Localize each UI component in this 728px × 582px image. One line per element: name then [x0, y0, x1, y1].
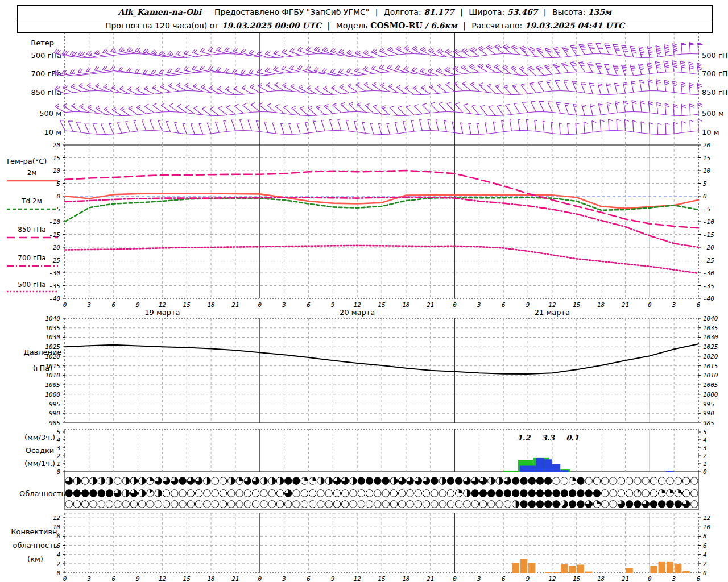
pressure-panel: 1040104010351035103010301025102510201020…	[23, 315, 718, 427]
cloud-cover-symbol	[358, 477, 365, 485]
cloud-cover-symbol	[325, 501, 333, 508]
cloud-cover-symbol	[130, 501, 138, 508]
cloud-cover-symbol	[682, 490, 690, 497]
convective-cloud-bar	[553, 572, 560, 573]
cloud-cover-symbol	[650, 490, 657, 497]
svg-text:6: 6	[502, 575, 506, 582]
cloud-cover-symbol	[301, 490, 308, 497]
wind-row: 850 гПа850 гПа	[31, 80, 728, 97]
cloud-cover-symbol	[187, 490, 195, 497]
cloud-cover-symbol	[252, 490, 259, 497]
cloud-cover-fill	[239, 477, 243, 481]
svg-text:6: 6	[697, 301, 701, 309]
svg-text:5: 5	[703, 429, 707, 436]
svg-text:12: 12	[53, 514, 61, 522]
header-row-station: Alk_Kamen-na-Obi — Предоставлено ФГБУ "З…	[18, 6, 712, 19]
svg-text:1000: 1000	[46, 391, 61, 398]
svg-text:15: 15	[703, 155, 710, 162]
cloud-cover-symbol	[163, 490, 170, 497]
cloud-cover-symbol	[691, 501, 698, 508]
cloud-cover-symbol	[73, 501, 81, 508]
cloud-cover-fill	[597, 501, 600, 504]
cloud-cover-symbol	[593, 477, 601, 485]
svg-text:3.3: 3.3	[541, 434, 555, 442]
cloud-cover-fill	[264, 477, 267, 485]
svg-text:3: 3	[87, 301, 92, 309]
svg-text:0: 0	[56, 468, 60, 476]
cloud-row	[65, 490, 698, 497]
svg-text:Осадки: Осадки	[26, 446, 55, 455]
cloud-cover-symbol	[471, 490, 479, 497]
svg-text:20 марта: 20 марта	[340, 308, 375, 317]
rain-1h-bar	[552, 464, 560, 472]
svg-text:(гПа): (гПа)	[33, 364, 53, 372]
cloud-cover-symbol	[317, 501, 325, 508]
cloud-cover-symbol	[268, 501, 276, 508]
cloud-cover-symbol	[479, 490, 487, 497]
cloud-cover-fill	[142, 490, 146, 497]
svg-text:6: 6	[697, 575, 701, 582]
svg-text:985: 985	[703, 419, 714, 427]
cloud-cover-symbol	[179, 501, 187, 508]
svg-text:2: 2	[703, 560, 707, 568]
svg-text:20: 20	[703, 142, 711, 149]
cloud-cover-symbol	[431, 477, 439, 485]
separator: |	[540, 7, 550, 16]
cloud-cover-symbol	[439, 501, 446, 508]
cloud-cover-symbol	[187, 501, 195, 508]
svg-text:12: 12	[159, 575, 167, 582]
provider-text: — Предоставлено ФГБУ "ЗапСиб УГМС"	[204, 7, 369, 16]
station-name: Alk_Kamen-na-Obi	[118, 7, 201, 16]
convective-cloud-bar	[512, 563, 519, 573]
cloud-cover-symbol	[398, 501, 406, 508]
forecast-label: Прогноз на 120 часа(ов) от	[105, 21, 219, 30]
svg-text:0: 0	[63, 575, 67, 582]
cloud-cover-symbol	[464, 501, 471, 508]
svg-text:Тем-ра(°C): Тем-ра(°C)	[5, 157, 47, 165]
cloud-cover-symbol	[520, 490, 528, 497]
cloud-cover-symbol	[407, 490, 414, 497]
svg-text:21: 21	[231, 575, 239, 582]
convective-cloud-bar	[545, 572, 552, 573]
cloud-cover-symbol	[642, 477, 650, 485]
cloud-cover-symbol	[106, 490, 113, 497]
svg-text:1035: 1035	[46, 325, 61, 332]
svg-text:0: 0	[453, 301, 457, 309]
cloud-cover-symbol	[488, 501, 495, 508]
cloud-cover-fill	[304, 477, 308, 481]
cloud-cover-fill	[126, 477, 129, 485]
svg-text:1040: 1040	[703, 315, 718, 322]
svg-text:1015: 1015	[703, 363, 718, 370]
cloud-cover-symbol	[390, 501, 398, 508]
cloud-cover-symbol	[374, 477, 382, 485]
cloud-cover-symbol	[350, 490, 357, 497]
longitude-value: 81.177	[424, 7, 454, 16]
rain-1h-bar	[528, 466, 536, 472]
cloud-cover-symbol	[317, 490, 325, 497]
svg-text:4: 4	[56, 551, 60, 559]
svg-text:850 гПа: 850 гПа	[702, 88, 728, 97]
svg-text:10: 10	[703, 523, 711, 531]
svg-text:1035: 1035	[703, 325, 718, 332]
cloud-cover-fill	[459, 490, 462, 493]
cloud-cover-fill	[126, 490, 129, 497]
svg-text:9: 9	[331, 575, 335, 582]
svg-text:0: 0	[258, 301, 262, 309]
svg-text:-10: -10	[703, 218, 714, 226]
svg-text:18: 18	[207, 575, 215, 582]
svg-text:1030: 1030	[46, 334, 61, 341]
cloud-cover-fill	[499, 477, 503, 485]
svg-text:0.1: 0.1	[566, 434, 579, 442]
svg-text:500 гПа: 500 гПа	[31, 51, 61, 60]
svg-text:0: 0	[703, 468, 707, 476]
cloud-cover-symbol	[423, 501, 430, 508]
cloud-cover-symbol	[204, 490, 211, 497]
cloud-cover-symbol	[561, 490, 568, 497]
cloud-cover-fill	[158, 490, 162, 497]
cloud-cover-symbol	[626, 501, 633, 508]
cloud-cover-symbol	[228, 501, 235, 508]
cloud-cover-fill	[93, 477, 97, 485]
cloud-cover-symbol	[366, 490, 373, 497]
svg-text:6: 6	[111, 575, 115, 582]
cloud-cover-symbol	[520, 477, 528, 485]
